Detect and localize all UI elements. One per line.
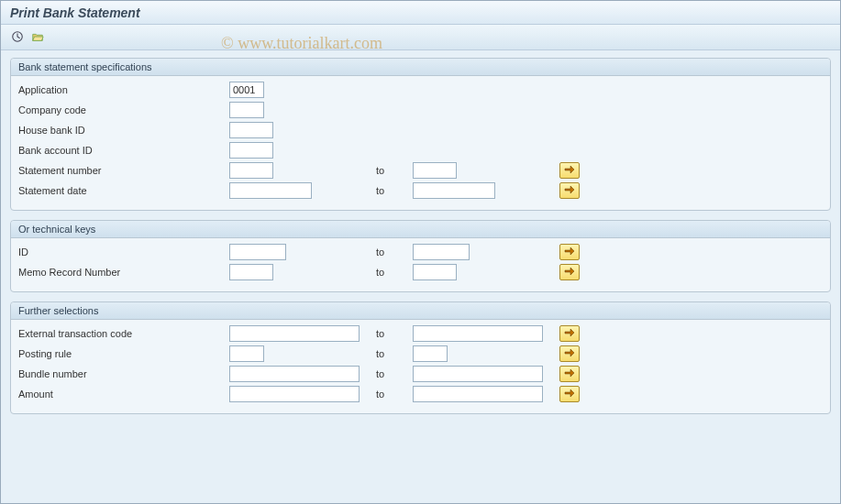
amount-from-input[interactable] (229, 386, 360, 402)
ext-tx-from-input[interactable] (229, 325, 360, 342)
stmt-date-multi-button[interactable] (559, 182, 580, 199)
get-variant-button[interactable] (28, 28, 47, 47)
stmt-date-to-input[interactable] (413, 182, 495, 199)
memo-to-input[interactable] (413, 264, 457, 280)
id-from-input[interactable] (229, 244, 286, 260)
ext-tx-to-input[interactable] (413, 325, 543, 342)
application-label: Application (18, 84, 229, 95)
arrow-right-icon (564, 389, 575, 400)
arrow-right-icon (564, 348, 575, 359)
house-bank-label: House bank ID (18, 125, 229, 136)
stmt-date-from-input[interactable] (229, 182, 312, 199)
stmt-number-to-input[interactable] (413, 162, 457, 179)
to-label: to (376, 328, 413, 339)
stmt-number-label: Statement number (18, 165, 229, 176)
to-label: to (376, 348, 413, 359)
bundle-multi-button[interactable] (559, 366, 580, 382)
to-label: to (376, 247, 413, 257)
to-label: to (376, 267, 413, 278)
arrow-right-icon (564, 328, 575, 339)
page-title: Print Bank Statement (10, 5, 140, 20)
to-label: to (376, 389, 413, 400)
arrow-right-icon (564, 185, 575, 196)
amount-multi-button[interactable] (559, 386, 580, 402)
ext-tx-label: External transaction code (18, 328, 229, 339)
arrow-right-icon (564, 368, 575, 379)
memo-label: Memo Record Number (18, 267, 229, 278)
group-title-tech: Or technical keys (11, 221, 830, 238)
stmt-number-multi-button[interactable] (559, 162, 580, 179)
posting-to-input[interactable] (413, 345, 448, 362)
id-label: ID (18, 247, 229, 257)
company-code-label: Company code (18, 104, 229, 115)
stmt-date-label: Statement date (18, 185, 229, 196)
title-bar: Print Bank Statement (1, 1, 840, 25)
group-title-further: Further selections (11, 302, 830, 320)
group-further-selections: Further selections External transaction … (10, 301, 831, 414)
stmt-number-from-input[interactable] (229, 162, 273, 179)
arrow-right-icon (564, 165, 575, 176)
toolbar (1, 25, 840, 50)
to-label: to (376, 185, 413, 196)
group-technical-keys: Or technical keys ID to Memo Record Numb… (10, 220, 831, 292)
house-bank-input[interactable] (229, 122, 273, 138)
to-label: to (376, 165, 413, 176)
memo-from-input[interactable] (229, 264, 273, 280)
bank-account-input[interactable] (229, 142, 273, 159)
posting-label: Posting rule (18, 348, 229, 359)
posting-from-input[interactable] (229, 345, 264, 362)
amount-to-input[interactable] (413, 386, 543, 402)
memo-multi-button[interactable] (559, 264, 580, 280)
arrow-right-icon (564, 267, 575, 278)
company-code-input[interactable] (229, 102, 264, 118)
ext-tx-multi-button[interactable] (559, 325, 580, 342)
execute-button[interactable] (8, 28, 27, 47)
bank-account-label: Bank account ID (18, 145, 229, 156)
amount-label: Amount (18, 389, 229, 400)
id-multi-button[interactable] (559, 244, 580, 260)
bundle-label: Bundle number (18, 368, 229, 379)
clock-icon (11, 30, 24, 45)
bundle-to-input[interactable] (413, 366, 543, 382)
to-label: to (376, 368, 413, 379)
group-title-spec: Bank statement specifications (11, 59, 830, 76)
group-bank-statement-spec: Bank statement specifications Applicatio… (10, 58, 831, 211)
folder-open-icon (31, 30, 44, 45)
application-input[interactable] (229, 82, 264, 98)
posting-multi-button[interactable] (559, 345, 580, 362)
arrow-right-icon (564, 247, 575, 257)
id-to-input[interactable] (413, 244, 470, 260)
bundle-from-input[interactable] (229, 366, 360, 382)
